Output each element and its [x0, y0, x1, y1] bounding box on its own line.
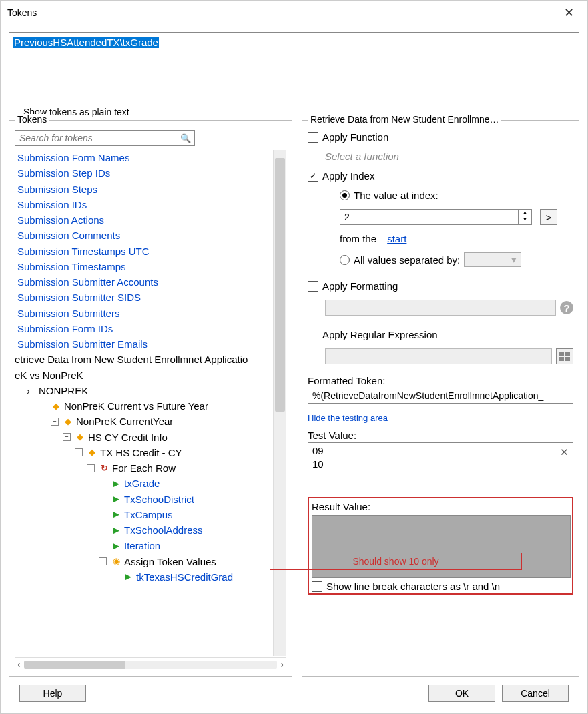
scroll-right-icon[interactable]: › — [281, 659, 284, 669]
apply-function-checkbox[interactable] — [308, 132, 318, 143]
greater-than-button[interactable]: > — [540, 209, 557, 225]
formatted-token-input[interactable] — [308, 388, 573, 404]
spin-up-icon[interactable]: ▲ — [519, 210, 531, 217]
test-value-textarea[interactable]: 0910 ✕ — [308, 442, 573, 490]
help-icon[interactable]: ? — [560, 301, 573, 314]
token-link-item[interactable]: Submission Comments — [17, 228, 273, 243]
regex-builder-button[interactable] — [556, 348, 573, 364]
tree-root[interactable]: NONPREK — [39, 383, 88, 398]
token-link-item[interactable]: Submission Actions — [17, 212, 273, 228]
tree-leaf[interactable]: TxSchoolAddress — [124, 522, 203, 538]
titlebar: Tokens ✕ — [1, 1, 587, 25]
index-spinner[interactable]: ▲▼ — [340, 209, 532, 225]
help-button[interactable]: Help — [19, 685, 86, 702]
token-path-text: PreviousHSAttendedTX\txGrade — [13, 37, 159, 48]
vertical-scrollbar[interactable] — [273, 150, 286, 656]
test-value-label: Test Value: — [308, 430, 573, 441]
play-icon: ▶ — [111, 509, 121, 520]
apply-index-label: Apply Index — [322, 170, 374, 182]
token-link-item[interactable]: Submission Form IDs — [17, 321, 273, 336]
token-link-item[interactable]: Submission Form Names — [17, 150, 273, 165]
hide-testing-link[interactable]: Hide the testing area — [308, 413, 388, 423]
collapse-icon[interactable]: − — [99, 557, 107, 565]
search-icon[interactable]: 🔍 — [176, 131, 194, 145]
search-input[interactable] — [15, 131, 176, 145]
token-path-box[interactable]: PreviousHSAttendedTX\txGrade — [9, 32, 579, 101]
tree-node[interactable]: NonPreK Current vs Future Year — [64, 398, 208, 414]
token-link-item[interactable]: Submission Steps — [17, 182, 273, 197]
show-line-breaks-checkbox[interactable] — [312, 581, 322, 592]
apply-regex-checkbox[interactable] — [308, 330, 318, 340]
show-line-breaks-label: Show line break characters as \r and \n — [326, 581, 500, 592]
apply-index-checkbox[interactable] — [308, 171, 318, 182]
tree-node[interactable]: HS CY Credit Info — [88, 430, 168, 445]
play-icon: ▶ — [111, 494, 121, 504]
collapse-icon[interactable]: − — [51, 418, 59, 426]
play-icon: ▶ — [111, 478, 121, 489]
clear-icon[interactable]: ✕ — [560, 446, 569, 459]
ok-button[interactable]: OK — [428, 685, 495, 702]
token-link-item[interactable]: Submission Submitters — [17, 306, 273, 321]
tree-leaf[interactable]: Iteration — [124, 538, 160, 553]
token-list[interactable]: Submission Form NamesSubmission Step IDs… — [15, 150, 273, 656]
token-link-item[interactable]: Submission IDs — [17, 197, 273, 212]
token-plain-item[interactable]: eK vs NonPreK — [15, 368, 273, 383]
index-input[interactable] — [340, 210, 518, 224]
apply-regex-label: Apply Regular Expression — [322, 329, 438, 340]
token-link-item[interactable]: Submission Step IDs — [17, 165, 273, 181]
assign-icon: ◉ — [111, 556, 121, 567]
play-icon: ▶ — [111, 541, 121, 551]
retrieve-legend: Retrieve Data from New Student Enrollmne… — [308, 114, 501, 125]
tree-leaf[interactable]: TxCampus — [124, 507, 173, 522]
token-link-item[interactable]: Submission Timestamps — [17, 259, 273, 274]
collapse-icon[interactable]: − — [75, 448, 83, 456]
regex-input — [325, 348, 552, 364]
diamond-icon: ◆ — [87, 447, 97, 458]
all-values-radio[interactable] — [340, 255, 350, 265]
tree-node[interactable]: TX HS Credit - CY — [100, 445, 182, 460]
result-container: Result Value: Should show 10 only Show l… — [308, 497, 573, 595]
retrieve-groupbox: Retrieve Data from New Student Enrollmne… — [302, 120, 579, 677]
result-value-display: Should show 10 only — [312, 515, 571, 578]
tokens-legend: Tokens — [15, 114, 49, 125]
diamond-icon: ◆ — [63, 416, 73, 427]
tokens-groupbox: Tokens 🔍 Submission Form NamesSubmission… — [9, 120, 292, 677]
collapse-icon[interactable]: − — [87, 464, 95, 472]
search-tokens-field[interactable]: 🔍 — [15, 130, 195, 146]
collapse-icon[interactable]: − — [63, 433, 71, 441]
token-link-item[interactable]: Submission Timestamps UTC — [17, 244, 273, 259]
scroll-left-icon[interactable]: ‹ — [17, 659, 20, 669]
tree-node[interactable]: NonPreK CurrentYear — [76, 414, 173, 429]
token-link-item[interactable]: Submission Submitter Accounts — [17, 274, 273, 290]
loop-icon: ↻ — [99, 463, 109, 474]
separator-select: ▾ — [464, 252, 521, 267]
diamond-icon: ◆ — [75, 432, 85, 442]
tree-node[interactable]: For Each Row — [112, 460, 176, 476]
apply-formatting-checkbox[interactable] — [308, 281, 318, 292]
diamond-icon: ◆ — [51, 401, 61, 412]
apply-formatting-label: Apply Formatting — [322, 280, 398, 292]
horizontal-scrollbar[interactable]: ‹ › — [15, 657, 286, 671]
play-icon: ▶ — [111, 525, 121, 536]
window-title: Tokens — [7, 7, 37, 18]
value-at-index-radio[interactable] — [340, 190, 350, 200]
token-link-item[interactable]: Submission Submitter SIDS — [17, 290, 273, 305]
spin-down-icon[interactable]: ▼ — [519, 217, 531, 224]
apply-function-label: Apply Function — [322, 131, 388, 143]
all-values-label: All values separated by: — [354, 254, 460, 266]
token-link-item[interactable]: Submission Submitter Emails — [17, 336, 273, 352]
tree-leaf[interactable]: txGrade — [124, 476, 160, 491]
annotation-callout: Should show 10 only — [270, 553, 522, 570]
result-value-label: Result Value: — [310, 501, 572, 512]
cancel-button[interactable]: Cancel — [502, 685, 569, 702]
start-link[interactable]: start — [387, 233, 406, 244]
tree-leaf[interactable]: tkTexasHSCreditGrad — [136, 569, 233, 585]
select-function-placeholder[interactable]: Select a function — [325, 151, 573, 162]
close-icon[interactable]: ✕ — [558, 5, 579, 21]
play-icon: ▶ — [123, 571, 133, 582]
formatted-token-label: Formatted Token: — [308, 375, 573, 386]
value-at-index-label: The value at index: — [354, 190, 438, 201]
tree-leaf[interactable]: TxSchooDistrict — [124, 492, 194, 507]
token-plain-item[interactable]: etrieve Data from New Student Enrollmnet… — [15, 352, 273, 367]
tree-node[interactable]: Assign Token Values — [124, 554, 216, 569]
